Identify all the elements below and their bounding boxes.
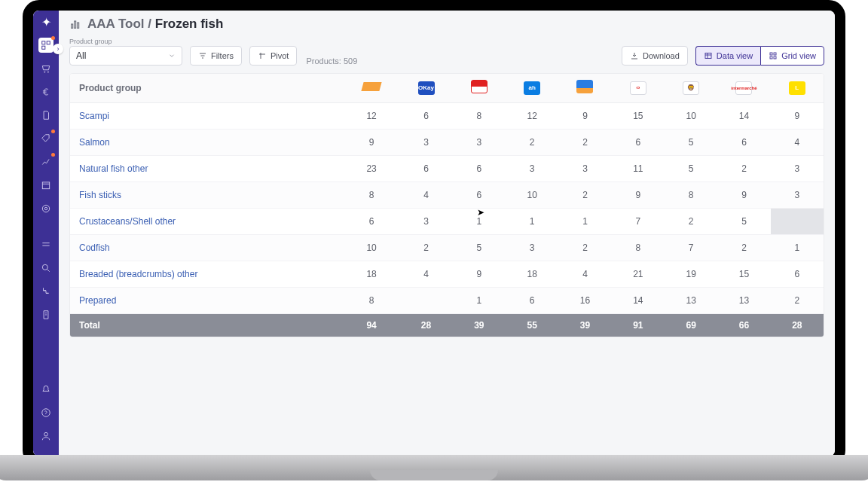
cell-value[interactable]: 3 xyxy=(771,155,824,181)
cell-value[interactable]: 2 xyxy=(665,208,717,234)
sidebar-expand-button[interactable]: › xyxy=(53,44,63,54)
row-label[interactable]: Breaded (breadcrumbs) other xyxy=(70,261,344,287)
cell-value[interactable]: 2 xyxy=(771,287,824,313)
breadcrumb-parent[interactable]: AAA Tool xyxy=(87,17,145,31)
column-header-brand[interactable]: L xyxy=(771,74,824,102)
row-label[interactable]: Fish sticks xyxy=(70,181,344,208)
pivot-button[interactable]: Pivot xyxy=(249,46,297,66)
cell-value[interactable]: 6 xyxy=(399,155,452,181)
cell-value[interactable]: 7 xyxy=(612,208,665,234)
sidebar-item-tag[interactable] xyxy=(38,131,53,146)
cell-value[interactable]: 8 xyxy=(665,181,717,208)
cell-value[interactable]: 19 xyxy=(665,261,717,287)
column-header-brand[interactable]: intermarché xyxy=(717,74,770,102)
cell-value[interactable]: 9 xyxy=(717,181,770,208)
cell-value[interactable]: 2 xyxy=(558,234,611,261)
row-label[interactable]: Natural fish other xyxy=(70,155,344,181)
cell-value[interactable]: 10 xyxy=(665,102,717,129)
cell-value[interactable]: 8 xyxy=(612,234,665,261)
cell-value[interactable]: 6 xyxy=(453,155,506,181)
cell-value[interactable]: 5 xyxy=(665,155,717,181)
sidebar-item-target[interactable] xyxy=(38,201,53,216)
cell-value[interactable]: 9 xyxy=(453,261,506,287)
cell-value[interactable]: 3 xyxy=(453,129,506,155)
cell-value[interactable]: 23 xyxy=(344,155,399,181)
cell-value[interactable]: 14 xyxy=(717,102,770,129)
sidebar-item-calendar[interactable] xyxy=(38,178,53,193)
row-label[interactable]: Codfish xyxy=(70,234,344,261)
column-header-brand[interactable] xyxy=(453,74,506,102)
sidebar-item-analytics[interactable] xyxy=(38,154,53,169)
row-label[interactable]: Prepared xyxy=(70,287,344,313)
cell-value[interactable]: 6 xyxy=(612,129,665,155)
column-header-brand[interactable]: ‹› xyxy=(612,74,665,102)
column-header-brand[interactable] xyxy=(344,74,399,102)
cell-value[interactable]: 4 xyxy=(399,261,452,287)
cell-value[interactable]: 6 xyxy=(399,102,452,129)
cell-value[interactable]: 3 xyxy=(771,181,824,208)
cell-value[interactable]: 4 xyxy=(558,261,611,287)
sidebar-item-notifications[interactable] xyxy=(38,382,53,397)
cell-value[interactable]: 3 xyxy=(399,208,452,234)
row-label[interactable]: Salmon xyxy=(70,129,344,155)
cell-value[interactable]: 6 xyxy=(717,129,770,155)
cell-value[interactable]: 5 xyxy=(453,234,506,261)
cell-value[interactable]: 18 xyxy=(344,261,399,287)
sidebar-item-cart[interactable] xyxy=(38,61,53,76)
column-header-brand[interactable] xyxy=(558,74,611,102)
cell-value[interactable]: 10 xyxy=(506,181,558,208)
grid-view-button[interactable]: Grid view xyxy=(760,46,824,66)
row-label[interactable]: Scampi xyxy=(70,102,344,129)
cell-value[interactable]: 16 xyxy=(558,287,611,313)
cell-value[interactable]: 13 xyxy=(717,287,770,313)
column-header-brand[interactable]: OKay xyxy=(399,74,452,102)
cell-value[interactable]: 3 xyxy=(506,234,558,261)
cell-value[interactable]: 8 xyxy=(344,181,399,208)
cell-value[interactable]: 2 xyxy=(717,234,770,261)
cell-value[interactable]: 12 xyxy=(344,102,399,129)
cell-value[interactable]: 1 xyxy=(506,208,558,234)
cell-value[interactable]: 2 xyxy=(717,155,770,181)
cell-value[interactable]: 9 xyxy=(771,102,824,129)
cell-value[interactable]: 5 xyxy=(665,129,717,155)
cell-value[interactable]: 5 xyxy=(717,208,770,234)
cell-value[interactable]: 6 xyxy=(506,287,558,313)
cell-value[interactable]: 15 xyxy=(612,102,665,129)
cell-value[interactable]: 6 xyxy=(453,181,506,208)
column-header-brand[interactable]: ah xyxy=(506,74,558,102)
cell-value[interactable]: 21 xyxy=(612,261,665,287)
cell-value[interactable]: 11 xyxy=(612,155,665,181)
cell-value[interactable]: 4 xyxy=(771,129,824,155)
product-group-select[interactable]: All xyxy=(69,46,182,66)
sidebar-item-detail[interactable] xyxy=(38,261,53,276)
cell-value[interactable]: 13 xyxy=(665,287,717,313)
download-button[interactable]: Download xyxy=(622,46,688,66)
sidebar-item-document[interactable] xyxy=(38,108,53,123)
cell-value[interactable]: 1 xyxy=(453,208,506,234)
cell-value[interactable]: 15 xyxy=(717,261,770,287)
cell-value[interactable]: 1 xyxy=(558,208,611,234)
row-label[interactable]: Crustaceans/Shell other xyxy=(70,208,344,234)
cell-value[interactable]: 1 xyxy=(771,234,824,261)
data-view-button[interactable]: Data view xyxy=(695,46,760,66)
cell-value[interactable]: 6 xyxy=(344,208,399,234)
sidebar-item-dashboard[interactable] xyxy=(38,38,53,53)
cell-value[interactable]: 1 xyxy=(453,287,506,313)
sidebar-item-currency[interactable] xyxy=(38,84,53,99)
cell-value[interactable]: 2 xyxy=(558,181,611,208)
cell-value[interactable]: 7 xyxy=(665,234,717,261)
cell-value[interactable]: 2 xyxy=(506,129,558,155)
cell-value[interactable]: 8 xyxy=(344,287,399,313)
cell-value[interactable]: 2 xyxy=(399,234,452,261)
filters-button[interactable]: Filters xyxy=(190,46,242,66)
sidebar-item-help[interactable] xyxy=(38,405,53,420)
sidebar-item-report[interactable] xyxy=(38,307,53,322)
cell-value[interactable]: 3 xyxy=(558,155,611,181)
cell-value[interactable]: 3 xyxy=(506,155,558,181)
cell-value[interactable]: 8 xyxy=(453,102,506,129)
cell-value[interactable]: 9 xyxy=(344,129,399,155)
cell-value[interactable]: 14 xyxy=(612,287,665,313)
sidebar-item-settings[interactable] xyxy=(38,237,53,252)
cell-value[interactable]: 4 xyxy=(399,181,452,208)
cell-value[interactable]: 6 xyxy=(771,261,824,287)
